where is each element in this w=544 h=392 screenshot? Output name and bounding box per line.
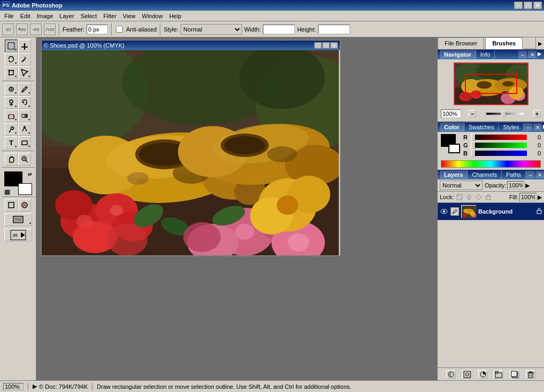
height-input[interactable] xyxy=(318,25,350,34)
color-tab[interactable]: Color xyxy=(440,123,464,131)
lock-image-icon[interactable] xyxy=(465,193,473,201)
layer-edit-icon[interactable] xyxy=(450,207,459,216)
fill-input[interactable] xyxy=(519,193,537,201)
menu-help[interactable]: Help xyxy=(166,12,185,20)
color-panel-close[interactable]: ✕ xyxy=(533,123,542,131)
swatches-tab[interactable]: Swatches xyxy=(464,123,499,131)
screen-mode-btn[interactable]: ▾ xyxy=(4,213,32,226)
color-fg-bg-swatches[interactable] xyxy=(441,134,460,153)
quick-mask-btn[interactable] xyxy=(18,199,31,211)
doc-minimize-btn[interactable]: – xyxy=(314,42,322,49)
intersect-selection-btn[interactable]: ∩▭ xyxy=(44,23,56,35)
shape-tool[interactable]: ▾ xyxy=(18,136,31,149)
slice-tool[interactable]: ▾ xyxy=(18,66,31,79)
default-colors-icon[interactable]: ⬛ xyxy=(4,190,10,195)
maximize-button[interactable]: □ xyxy=(524,2,532,9)
zoom-slider-thumb[interactable] xyxy=(501,111,506,117)
eraser-tool[interactable]: ▾ xyxy=(5,109,18,122)
lock-transparent-icon[interactable] xyxy=(456,193,463,201)
b-thumb[interactable] xyxy=(471,150,475,157)
layer-row-background[interactable]: Background xyxy=(438,203,544,220)
layer-thumbnail[interactable] xyxy=(461,205,476,218)
doc-close-btn[interactable]: ✕ xyxy=(330,42,338,49)
color-panel-minimize[interactable]: – xyxy=(524,123,532,131)
dodge-tool[interactable]: ▾ xyxy=(5,123,18,136)
clone-stamp-tool[interactable]: ▾ xyxy=(5,96,18,109)
menu-image[interactable]: Image xyxy=(34,12,57,20)
lock-all-icon[interactable] xyxy=(485,193,492,201)
new-layer-btn[interactable] xyxy=(510,370,519,379)
style-select[interactable]: Normal Fixed Aspect Ratio Fixed Size xyxy=(181,24,242,35)
history-brush-tool[interactable]: ▾ xyxy=(18,96,31,109)
menu-file[interactable]: File xyxy=(1,12,17,20)
lasso-tool[interactable]: ▾ xyxy=(5,53,18,66)
doc-info-icon[interactable]: ▶ xyxy=(33,383,37,390)
color-spectrum[interactable] xyxy=(441,160,541,168)
file-browser-tab[interactable]: File Browser xyxy=(438,37,484,49)
zoom-tool[interactable] xyxy=(18,153,31,166)
nav-panel-close[interactable]: ✕ xyxy=(528,51,537,58)
minimize-button[interactable]: – xyxy=(514,2,523,9)
r-slider[interactable] xyxy=(471,135,527,140)
new-fill-adjustment-btn[interactable] xyxy=(478,370,488,379)
layers-tab[interactable]: Layers xyxy=(440,170,468,179)
doc-maximize-btn[interactable]: □ xyxy=(322,42,330,49)
zoom-out-btn[interactable]: – xyxy=(469,110,476,117)
opacity-arrow[interactable]: ▶ xyxy=(525,182,530,189)
new-selection-btn[interactable]: ▭ xyxy=(2,23,14,35)
feather-input[interactable] xyxy=(87,25,108,34)
layers-panel-minimize[interactable]: – xyxy=(526,171,534,178)
pen-tool[interactable]: ▾ xyxy=(18,123,31,136)
b-slider[interactable] xyxy=(471,151,527,156)
channels-tab[interactable]: Channels xyxy=(468,170,501,179)
menu-filter[interactable]: Filter xyxy=(100,12,119,20)
zoom-in-btn[interactable]: + xyxy=(533,110,541,117)
crop-tool[interactable]: ▾ xyxy=(5,66,18,79)
layer-style-btn[interactable]: f xyxy=(446,370,456,379)
add-selection-btn[interactable]: +▭ xyxy=(16,23,28,35)
new-group-btn[interactable] xyxy=(494,370,503,379)
hand-tool[interactable] xyxy=(5,153,18,166)
lock-position-icon[interactable] xyxy=(475,193,483,201)
nav-panel-minimize[interactable]: – xyxy=(518,51,527,58)
layer-mask-btn[interactable] xyxy=(462,370,472,379)
status-zoom-input[interactable] xyxy=(3,383,24,390)
bg-swatch[interactable] xyxy=(448,144,460,153)
standard-mode-btn[interactable] xyxy=(5,199,18,211)
zoom-input[interactable] xyxy=(441,109,461,118)
zoom-slider[interactable] xyxy=(486,113,524,115)
opacity-input[interactable] xyxy=(507,181,524,190)
menu-window[interactable]: Window xyxy=(139,12,166,20)
title-bar-right[interactable]: – □ ✕ xyxy=(514,2,542,9)
width-input[interactable] xyxy=(263,25,295,34)
jump-to-imageready-btn[interactable]: IR xyxy=(4,229,32,241)
magic-wand-tool[interactable] xyxy=(18,53,31,66)
healing-brush-tool[interactable]: ▾ xyxy=(5,83,18,96)
layer-visibility-icon[interactable] xyxy=(440,207,448,216)
marquee-tool[interactable]: ▾ xyxy=(5,40,18,52)
move-tool[interactable] xyxy=(18,40,31,52)
swap-colors-icon[interactable]: ⇄ xyxy=(28,171,32,177)
styles-tab[interactable]: Styles xyxy=(499,123,524,131)
g-thumb[interactable] xyxy=(471,142,475,149)
info-tab[interactable]: Info xyxy=(476,50,495,59)
navigator-tab[interactable]: Navigator xyxy=(440,50,476,59)
doc-titlebar-right[interactable]: – □ ✕ xyxy=(314,42,338,49)
pencil-tool[interactable]: ▾ xyxy=(18,83,31,96)
brushes-tab[interactable]: Brushes xyxy=(485,37,523,49)
delete-layer-btn[interactable] xyxy=(526,370,535,379)
menu-select[interactable]: Select xyxy=(77,12,100,20)
menu-view[interactable]: View xyxy=(120,12,139,20)
close-button[interactable]: ✕ xyxy=(533,2,542,9)
antialiased-checkbox[interactable] xyxy=(116,26,123,33)
g-slider[interactable] xyxy=(471,143,527,148)
layers-panel-close[interactable]: ✕ xyxy=(535,171,544,178)
fill-arrow[interactable]: ▶ xyxy=(538,194,542,201)
paths-tab[interactable]: Paths xyxy=(502,170,526,179)
right-panel-arrow[interactable]: ▶ xyxy=(535,37,544,49)
color-swatches[interactable]: ⇄ ⬛ xyxy=(4,171,32,195)
gradient-tool[interactable]: ▾ xyxy=(18,109,31,122)
background-color[interactable] xyxy=(18,183,32,195)
menu-layer[interactable]: Layer xyxy=(56,12,77,20)
r-thumb[interactable] xyxy=(471,134,475,141)
